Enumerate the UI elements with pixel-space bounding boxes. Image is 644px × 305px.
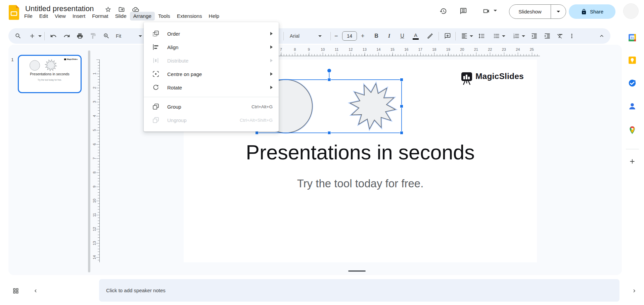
increase-indent-button[interactable] — [542, 31, 552, 41]
get-add-ons-icon[interactable] — [629, 158, 636, 165]
expand-side-panel-icon[interactable] — [631, 288, 637, 294]
slideshow-options-button[interactable] — [551, 11, 566, 12]
ruler-number: 5 — [92, 129, 96, 131]
slide-subtitle[interactable]: Try the tool today for free. — [188, 177, 533, 190]
decrease-font-size-button[interactable]: − — [334, 33, 338, 40]
filmstrip-scrollbar[interactable] — [88, 50, 90, 272]
ruler-number: 22 — [483, 47, 497, 52]
menu-item-ungroup[interactable]: Ungroup Ctrl+Alt+Shift+G — [144, 113, 279, 127]
italic-button[interactable]: I — [384, 31, 394, 41]
menu-slide[interactable]: Slide — [112, 12, 130, 21]
text-color-button[interactable]: A — [411, 31, 421, 41]
thumbnail-subtitle: Try the tool today for free. — [19, 79, 81, 81]
bulleted-list-button[interactable] — [492, 31, 502, 41]
new-slide-button[interactable] — [27, 31, 37, 41]
zoom-fit-caret-icon[interactable] — [138, 31, 143, 41]
menu-item-centre-on-page[interactable]: Centre on page — [144, 67, 279, 81]
line-spacing-button[interactable] — [476, 31, 487, 41]
menu-tools[interactable]: Tools — [155, 12, 174, 21]
increase-font-size-button[interactable]: + — [361, 33, 365, 40]
font-family-caret-icon[interactable] — [317, 31, 323, 41]
numbered-list-caret-icon[interactable] — [521, 31, 526, 41]
menu-file[interactable]: File — [21, 12, 36, 21]
meet-videocam-icon[interactable] — [482, 7, 490, 15]
decrease-indent-button[interactable] — [529, 31, 539, 41]
notes-resize-handle[interactable] — [348, 270, 366, 272]
brand-logo-text: MagicSlides — [475, 72, 524, 81]
menu-insert[interactable]: Insert — [69, 12, 89, 21]
ruler-number: 3 — [92, 101, 96, 103]
menu-help[interactable]: Help — [205, 12, 223, 21]
ruler-number: 4 — [92, 115, 96, 117]
undo-button[interactable] — [48, 31, 58, 41]
toolbar-divider — [330, 31, 331, 41]
menu-item-align[interactable]: Align — [144, 40, 279, 54]
order-icon — [152, 30, 160, 37]
slides-logo-icon[interactable] — [9, 5, 19, 20]
menu-edit[interactable]: Edit — [36, 12, 51, 21]
slide-title[interactable]: Presentations in seconds — [188, 141, 533, 164]
slideshow-button-group: Slideshow — [509, 4, 566, 19]
share-label: Share — [590, 9, 603, 14]
hide-menus-button[interactable] — [597, 31, 607, 41]
distribute-icon — [152, 57, 160, 64]
bold-button[interactable]: B — [371, 31, 381, 41]
ruler-number: 13 — [92, 241, 96, 245]
search-menus-button[interactable] — [13, 31, 23, 41]
slide-thumbnail[interactable]: MagicSlides Presentations in seconds Try… — [18, 55, 82, 93]
grid-view-button[interactable] — [12, 288, 19, 294]
slide-number-label: 1 — [9, 57, 15, 62]
ruler-number: 1 — [92, 73, 96, 75]
ruler-number: 12 — [92, 227, 96, 231]
thumbnail-brand-icon — [64, 59, 66, 60]
underline-button[interactable]: U — [397, 31, 407, 41]
clear-formatting-button[interactable] — [555, 31, 565, 41]
share-button[interactable]: Share — [569, 4, 615, 19]
menu-view[interactable]: View — [51, 12, 69, 21]
version-history-icon[interactable] — [440, 7, 447, 15]
align-button[interactable] — [459, 31, 469, 41]
slideshow-button[interactable]: Slideshow — [509, 9, 551, 14]
menu-arrange[interactable]: Arrange — [130, 12, 155, 21]
google-tasks-icon[interactable] — [628, 79, 637, 87]
menu-item-order[interactable]: Order — [144, 27, 279, 40]
font-family-select[interactable]: Arial — [290, 33, 300, 39]
google-maps-icon[interactable] — [628, 126, 637, 135]
numbered-list-button[interactable] — [511, 31, 521, 41]
collapse-filmstrip-icon[interactable] — [33, 288, 39, 294]
print-button[interactable] — [75, 31, 85, 41]
ruler-number: 25 — [525, 47, 539, 52]
account-avatar[interactable] — [623, 3, 639, 19]
bulleted-list-caret-icon[interactable] — [501, 31, 506, 41]
google-contacts-icon[interactable] — [628, 102, 637, 111]
toolbar-divider — [455, 31, 456, 41]
font-size-input[interactable]: 14 — [342, 31, 357, 41]
open-comments-icon[interactable] — [460, 7, 467, 15]
add-comment-button[interactable] — [443, 31, 453, 41]
more-options-icon[interactable] — [567, 31, 577, 41]
menu-item-distribute[interactable]: Distribute — [144, 54, 279, 67]
rotate-icon — [152, 84, 160, 91]
ruler-number: 11 — [92, 213, 96, 217]
menu-item-rotate[interactable]: Rotate — [144, 81, 279, 94]
speaker-notes-panel[interactable]: Click to add speaker notes — [99, 279, 619, 302]
ruler-number: 9 — [302, 47, 316, 52]
google-keep-icon[interactable] — [628, 56, 637, 65]
new-slide-caret-icon[interactable] — [37, 31, 43, 41]
zoom-button[interactable] — [101, 31, 111, 41]
align-caret-icon[interactable] — [469, 31, 474, 41]
google-calendar-icon[interactable]: 31 — [628, 33, 637, 42]
paint-format-button[interactable] — [88, 31, 98, 41]
menu-format[interactable]: Format — [89, 12, 111, 21]
submenu-arrow-icon — [270, 45, 273, 49]
menu-item-group[interactable]: Group Ctrl+Alt+G — [144, 100, 279, 113]
highlight-color-button[interactable] — [425, 31, 435, 41]
ruler-number: 9 — [92, 186, 96, 188]
menu-extensions[interactable]: Extensions — [174, 12, 205, 21]
redo-button[interactable] — [62, 31, 72, 41]
ruler-number: 8 — [92, 171, 96, 174]
calendar-day-number: 31 — [631, 36, 634, 39]
lock-icon — [581, 9, 587, 15]
zoom-fit-select[interactable]: Fit — [116, 33, 121, 39]
meet-dropdown-caret-icon[interactable] — [494, 10, 497, 11]
